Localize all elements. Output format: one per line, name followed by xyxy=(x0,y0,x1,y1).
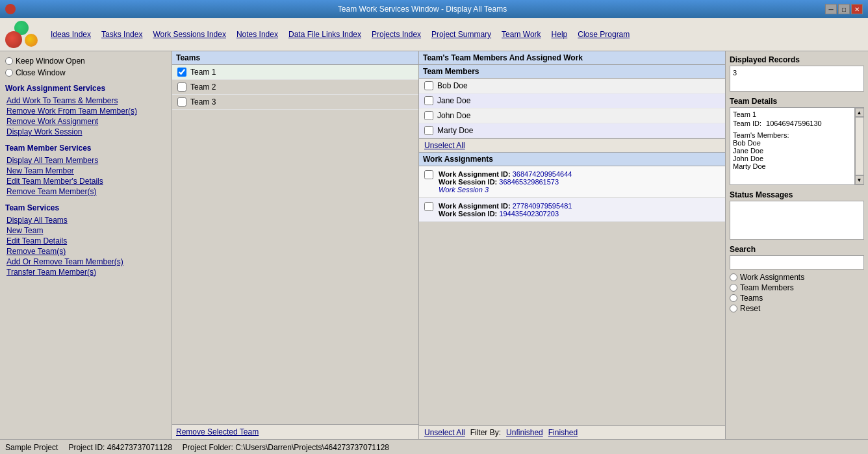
status-messages-title: Status Messages xyxy=(730,190,864,199)
team-id-label: Team ID: xyxy=(733,120,761,127)
search-options: Work Assignments Team Members Teams Rese… xyxy=(730,272,864,314)
new-team-member-link[interactable]: New Team Member xyxy=(6,166,166,176)
menu-close-program[interactable]: Close Program xyxy=(575,29,632,40)
remove-work-from-member-link[interactable]: Remove Work From Team Member(s) xyxy=(6,106,166,116)
display-work-session-link[interactable]: Display Work Session xyxy=(6,127,166,137)
search-work-assignments-label[interactable]: Work Assignments xyxy=(730,272,864,283)
team-details-box: Team 1 Team ID: 10646947596130 Team's Me… xyxy=(730,107,864,185)
team-details-section: Team Details Team 1 Team ID: 10646947596… xyxy=(730,97,864,185)
wa2-details: Work Assignment ID: 277840979595481 Work… xyxy=(439,202,720,218)
bobdoe-label: Bob Doe xyxy=(437,81,468,90)
members-list: Bob Doe Jane Doe John Doe Marty Doe xyxy=(419,79,725,138)
menu-notes-index[interactable]: Notes Index xyxy=(234,29,281,40)
scroll-down-arrow[interactable]: ▼ xyxy=(855,175,864,184)
wa1-checkbox[interactable] xyxy=(424,170,433,179)
wa2-session-value: 194435402307203 xyxy=(499,210,559,218)
edit-team-details-link[interactable]: Edit Team Details xyxy=(6,236,166,246)
search-teams-label[interactable]: Teams xyxy=(730,293,864,303)
member-row[interactable]: Bob Doe xyxy=(419,79,725,94)
team2-checkbox[interactable] xyxy=(177,82,186,92)
scroll-thumb[interactable] xyxy=(855,117,864,175)
window-controls: ─ □ ✕ xyxy=(825,4,863,14)
keep-window-label[interactable]: Keep Window Open xyxy=(5,57,166,66)
search-reset-label[interactable]: Reset xyxy=(730,303,864,314)
teams-section: Teams Team 1 Team 2 Team 3 Remove Select… xyxy=(172,51,419,439)
team3-label: Team 3 xyxy=(190,97,216,107)
remove-team-member-link[interactable]: Remove Team Member(s) xyxy=(6,186,166,197)
search-reset-radio[interactable] xyxy=(730,305,737,312)
menu-help[interactable]: Help xyxy=(549,29,570,40)
keep-window-radio[interactable] xyxy=(5,57,13,65)
member-row[interactable]: Marty Doe xyxy=(419,123,725,138)
team-row[interactable]: Team 2 xyxy=(172,80,418,95)
display-all-teams-link[interactable]: Display All Teams xyxy=(6,215,166,225)
filter-finished-button[interactable]: Finished xyxy=(548,428,578,437)
list-item[interactable]: Work Assignment ID: 368474209954644 Work… xyxy=(419,166,725,198)
wa-unselect-all-button[interactable]: Unselect All xyxy=(424,428,465,437)
menu-projects-index[interactable]: Projects Index xyxy=(369,29,424,40)
team-member-services-title: Team Member Services xyxy=(5,144,166,153)
menu-team-work[interactable]: Team Work xyxy=(499,29,543,40)
menu-data-file-links-index[interactable]: Data File Links Index xyxy=(286,29,364,40)
team-member-marty: Marty Doe xyxy=(733,162,850,170)
search-input[interactable] xyxy=(730,255,864,270)
janedoe-checkbox[interactable] xyxy=(424,96,433,105)
search-team-members-text: Team Members xyxy=(740,283,794,292)
edit-team-member-link[interactable]: Edit Team Member's Details xyxy=(6,176,166,186)
menu-tasks-index[interactable]: Tasks Index xyxy=(99,29,145,40)
team-member-jane: Jane Doe xyxy=(733,147,850,155)
wa1-session-label: Work Session ID: xyxy=(439,178,497,186)
team-details-scrollbar: ▲ ▼ xyxy=(854,108,863,184)
display-all-team-members-link[interactable]: Display All Team Members xyxy=(6,155,166,166)
close-button[interactable]: ✕ xyxy=(851,4,863,14)
menu-ideas-index[interactable]: Ideas Index xyxy=(48,29,94,40)
add-work-link[interactable]: Add Work To Teams & Members xyxy=(6,95,166,106)
search-teams-radio[interactable] xyxy=(730,294,737,302)
team-detail-id-row: Team ID: 10646947596130 xyxy=(733,120,850,127)
wa2-checkbox[interactable] xyxy=(424,202,433,211)
filter-unfinished-button[interactable]: Unfinished xyxy=(506,428,543,437)
team-member-bob: Bob Doe xyxy=(733,139,850,147)
new-team-link[interactable]: New Team xyxy=(6,225,166,236)
martydoe-label: Marty Doe xyxy=(437,126,473,135)
status-project-folder: Project Folder: C:\Users\Darren\Projects… xyxy=(183,443,389,452)
transfer-team-member-link[interactable]: Transfer Team Member(s) xyxy=(6,267,166,277)
search-team-members-radio[interactable] xyxy=(730,284,737,292)
members-unselect-all-button[interactable]: Unselect All xyxy=(424,141,465,150)
close-window-radio-group: Close Window xyxy=(5,68,166,77)
team-row[interactable]: Team 1 xyxy=(172,65,418,80)
minimize-button[interactable]: ─ xyxy=(825,4,837,14)
search-title: Search xyxy=(730,245,864,254)
close-window-label[interactable]: Close Window xyxy=(5,68,166,77)
team-detail-name: Team 1 xyxy=(733,110,850,118)
add-remove-team-member-link[interactable]: Add Or Remove Team Member(s) xyxy=(6,257,166,267)
team-services-title: Team Services xyxy=(5,203,166,212)
close-window-radio[interactable] xyxy=(5,69,13,77)
remove-work-assignment-link[interactable]: Remove Work Assignment xyxy=(6,116,166,127)
center-layout: Teams Team 1 Team 2 Team 3 Remove Select… xyxy=(172,51,725,439)
search-work-assignments-radio[interactable] xyxy=(730,273,737,281)
maximize-button[interactable]: □ xyxy=(838,4,850,14)
menu-work-sessions-index[interactable]: Work Sessions Index xyxy=(150,29,229,40)
filter-bar: Unselect All Filter By: Unfinished Finis… xyxy=(419,425,725,439)
member-row[interactable]: John Doe xyxy=(419,108,725,123)
team-row[interactable]: Team 3 xyxy=(172,95,418,110)
menu-project-summary[interactable]: Project Summary xyxy=(429,29,494,40)
circle-yellow xyxy=(25,34,38,47)
wa1-id-label: Work Assignment ID: xyxy=(439,170,511,178)
team1-checkbox[interactable] xyxy=(177,68,186,77)
team-member-john: John Doe xyxy=(733,155,850,162)
team3-checkbox[interactable] xyxy=(177,97,186,107)
martydoe-checkbox[interactable] xyxy=(424,126,433,135)
member-row[interactable]: Jane Doe xyxy=(419,94,725,108)
bobdoe-checkbox[interactable] xyxy=(424,81,433,90)
search-team-members-label[interactable]: Team Members xyxy=(730,283,864,293)
work-assignments-header: Work Assignments xyxy=(419,153,725,166)
scroll-up-arrow[interactable]: ▲ xyxy=(855,108,864,117)
team1-label: Team 1 xyxy=(190,68,216,77)
list-item[interactable]: Work Assignment ID: 277840979595481 Work… xyxy=(419,198,725,222)
remove-selected-team-button[interactable]: Remove Selected Team xyxy=(176,427,259,436)
remove-team-link[interactable]: Remove Team(s) xyxy=(6,246,166,257)
johndoe-checkbox[interactable] xyxy=(424,111,433,120)
teams-list: Team 1 Team 2 Team 3 xyxy=(172,65,418,424)
